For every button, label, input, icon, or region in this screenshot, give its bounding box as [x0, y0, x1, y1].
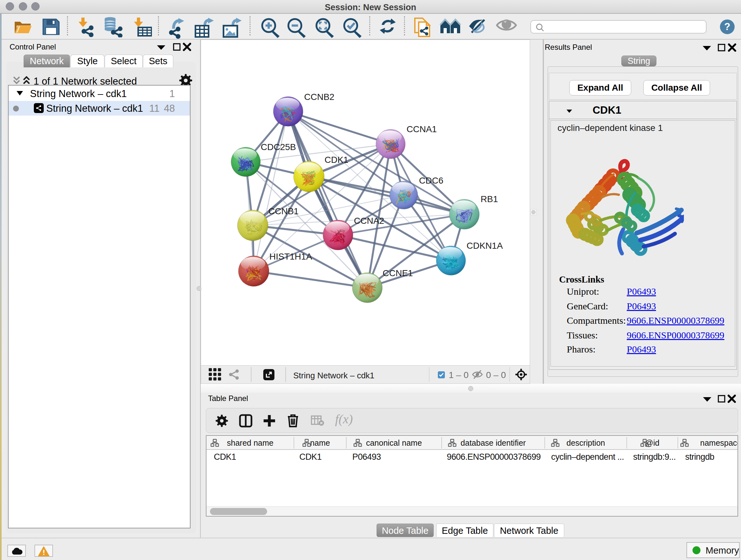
- svg-text:CCNE1: CCNE1: [383, 268, 413, 278]
- svg-text:CCNA1: CCNA1: [407, 124, 437, 134]
- svg-text:CCNB1: CCNB1: [268, 206, 299, 216]
- svg-text:CDC6: CDC6: [419, 176, 443, 186]
- svg-text:RB1: RB1: [481, 194, 498, 204]
- svg-text:CCNA2: CCNA2: [354, 216, 384, 226]
- svg-text:CDC25B: CDC25B: [261, 142, 296, 152]
- svg-text:HIST1H1A: HIST1H1A: [269, 252, 312, 261]
- svg-text:CCNB2: CCNB2: [304, 92, 334, 102]
- svg-text:CDK1: CDK1: [325, 155, 348, 165]
- svg-text:CDKN1A: CDKN1A: [467, 241, 503, 251]
- svg-text:?: ?: [724, 21, 731, 32]
